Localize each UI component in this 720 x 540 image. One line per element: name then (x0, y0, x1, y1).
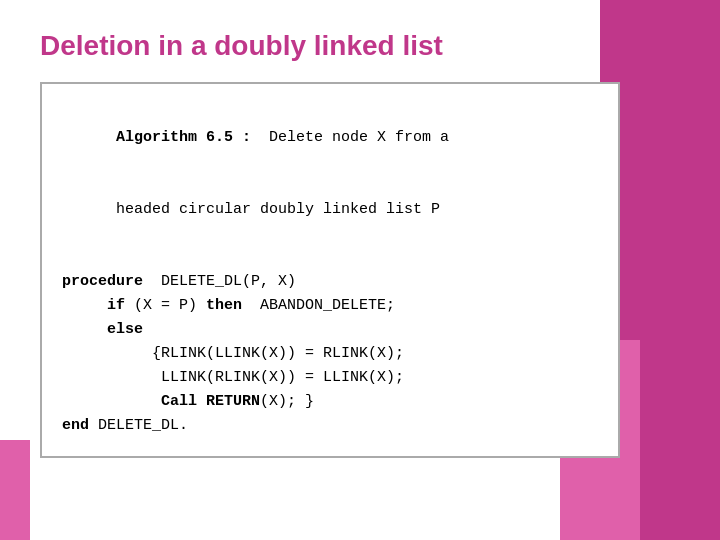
code-line-else: else (62, 318, 598, 342)
code-line-llink: LLINK(RLINK(X)) = LLINK(X); (62, 366, 598, 390)
algorithm-box: Algorithm 6.5 : Delete node X from a hea… (40, 82, 620, 458)
code-line-call: Call RETURN(X); } (62, 390, 598, 414)
code-line-end: end DELETE_DL. (62, 414, 598, 438)
algorithm-header-line2: headed circular doubly linked list P (62, 174, 598, 246)
code-line-if: if (X = P) then ABANDON_DELETE; (62, 294, 598, 318)
algorithm-label: Algorithm 6.5 : (116, 129, 251, 146)
algorithm-header-line1: Algorithm 6.5 : Delete node X from a (62, 102, 598, 174)
code-line-rlink: {RLINK(LLINK(X)) = RLINK(X); (62, 342, 598, 366)
empty-line (62, 246, 598, 270)
page-title: Deletion in a doubly linked list (40, 30, 680, 62)
code-line-procedure: procedure DELETE_DL(P, X) (62, 270, 598, 294)
